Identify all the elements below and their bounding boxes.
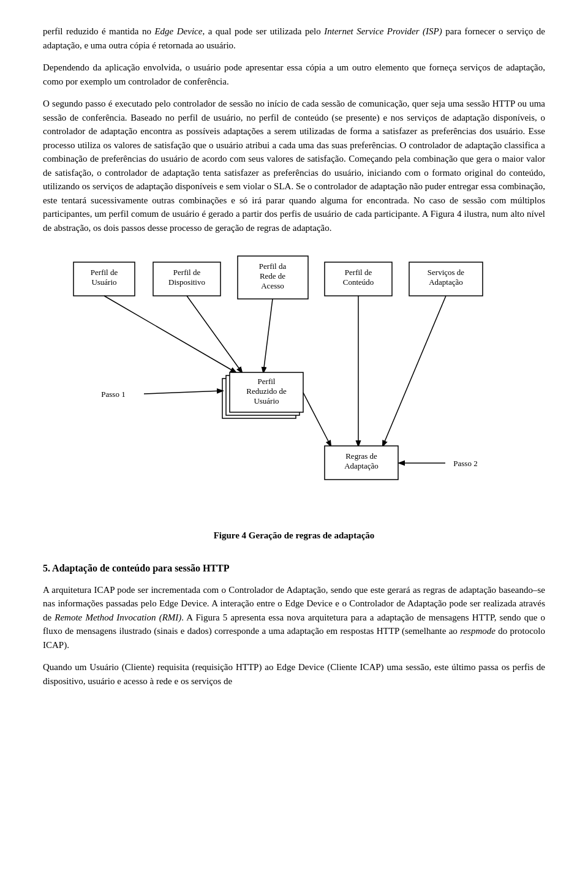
- arrow-passo1: [144, 391, 222, 394]
- section-5-para-2: Quando um Usuário (Cliente) requisita (r…: [43, 660, 545, 688]
- figure-4-diagram: Perfil de Usuário Perfil de Dispositivo …: [43, 253, 545, 510]
- arrow-prf-to-regras: [303, 393, 331, 446]
- box-perfil-conteudo-label: Perfil de: [345, 268, 372, 277]
- diagram-svg: Perfil de Usuário Perfil de Dispositivo …: [55, 253, 533, 510]
- figure-caption: Figure 4 Geração de regras de adaptação: [43, 529, 545, 543]
- box-perfil-dispositivo-label: Perfil de: [173, 268, 201, 277]
- para-text-3: O segundo passo é executado pelo control…: [43, 97, 545, 235]
- box-perfil-usuario-label2: Usuário: [91, 277, 116, 287]
- prf-label1: Perfil: [258, 377, 276, 386]
- box-perfil-rede-label1: Perfil da: [259, 262, 287, 271]
- section-5-para-1: A arquitetura ICAP pode ser incrementada…: [43, 583, 545, 652]
- section-5-para-2-text: Quando um Usuário (Cliente) requisita (r…: [43, 660, 545, 688]
- box-servicos-adaptacao-label2: Adaptação: [429, 277, 463, 287]
- arrow-servicos-to-regras: [383, 296, 446, 446]
- passo2-label: Passo 2: [453, 459, 477, 468]
- box-perfil-dispositivo-label2: Dispositivo: [168, 277, 205, 287]
- arrow-usuario-to-prf: [104, 296, 236, 372]
- arrow-dispositivo-to-prf: [187, 296, 242, 372]
- regras-label2: Adaptação: [344, 461, 379, 470]
- regras-label1: Regras de: [345, 451, 377, 461]
- arrow-rede-to-prf: [263, 299, 273, 372]
- box-perfil-conteudo-label2: Conteúdo: [343, 277, 374, 287]
- paragraph-1: perfil reduzido é mantida no Edge Device…: [43, 24, 545, 52]
- passo1-label: Passo 1: [101, 390, 125, 399]
- section-5-heading: 5. Adaptação de conteúdo para sessão HTT…: [43, 561, 545, 576]
- para-text-1: perfil reduzido é mantida no Edge Device…: [43, 24, 545, 52]
- prf-label2: Reduzido de: [246, 386, 287, 396]
- paragraph-3: O segundo passo é executado pelo control…: [43, 97, 545, 235]
- box-perfil-rede-label2: Rede de: [260, 271, 285, 281]
- box-servicos-adaptacao-label: Serviços de: [428, 268, 465, 277]
- para-text-2: Dependendo da aplicação envolvida, o usu…: [43, 61, 545, 88]
- box-perfil-rede-label3: Acesso: [261, 281, 284, 290]
- section-5-para-1-text: A arquitetura ICAP pode ser incrementada…: [43, 583, 545, 652]
- prf-label3: Usuário: [254, 396, 279, 405]
- box-perfil-usuario-label: Perfil de: [91, 268, 118, 277]
- paragraph-2: Dependendo da aplicação envolvida, o usu…: [43, 61, 545, 88]
